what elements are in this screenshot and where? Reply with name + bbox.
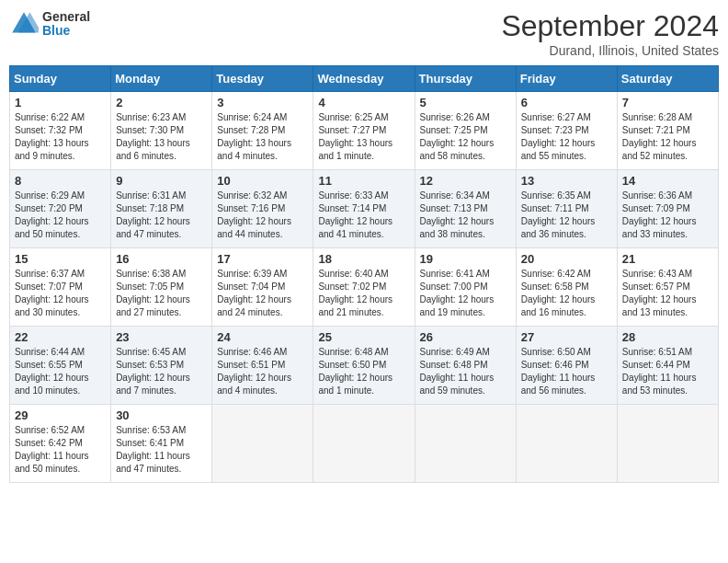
day-info: Sunrise: 6:36 AMSunset: 7:09 PMDaylight:… [622, 190, 713, 241]
day-number: 20 [521, 252, 612, 266]
calendar-cell: 14Sunrise: 6:36 AMSunset: 7:09 PMDayligh… [617, 170, 718, 248]
calendar-cell: 3Sunrise: 6:24 AMSunset: 7:28 PMDaylight… [212, 92, 313, 170]
calendar-cell: 11Sunrise: 6:33 AMSunset: 7:14 PMDayligh… [313, 170, 415, 248]
calendar-cell: 30Sunrise: 6:53 AMSunset: 6:41 PMDayligh… [111, 405, 212, 483]
calendar-cell: 9Sunrise: 6:31 AMSunset: 7:18 PMDaylight… [111, 170, 212, 248]
day-number: 7 [622, 96, 713, 109]
day-number: 10 [217, 174, 308, 188]
calendar-cell: 4Sunrise: 6:25 AMSunset: 7:27 PMDaylight… [313, 92, 415, 170]
calendar-cell [415, 405, 516, 483]
day-number: 11 [318, 174, 409, 188]
calendar-cell: 24Sunrise: 6:46 AMSunset: 6:51 PMDayligh… [212, 327, 313, 405]
day-info: Sunrise: 6:49 AMSunset: 6:48 PMDaylight:… [420, 346, 511, 397]
day-info: Sunrise: 6:24 AMSunset: 7:28 PMDaylight:… [217, 111, 308, 163]
day-number: 6 [521, 96, 612, 109]
day-info: Sunrise: 6:53 AMSunset: 6:41 PMDaylight:… [116, 424, 207, 476]
day-info: Sunrise: 6:48 AMSunset: 6:50 PMDaylight:… [318, 346, 409, 397]
calendar-cell: 22Sunrise: 6:44 AMSunset: 6:55 PMDayligh… [10, 327, 111, 405]
calendar-cell: 15Sunrise: 6:37 AMSunset: 7:07 PMDayligh… [10, 248, 111, 327]
day-header-wednesday: Wednesday [313, 66, 415, 92]
title-area: September 2024 Durand, Illinois, United … [501, 9, 719, 58]
day-number: 13 [521, 174, 612, 188]
day-number: 25 [318, 330, 409, 344]
day-number: 14 [622, 174, 713, 188]
day-number: 17 [217, 252, 308, 266]
calendar-cell: 16Sunrise: 6:38 AMSunset: 7:05 PMDayligh… [111, 248, 212, 327]
calendar-cell: 21Sunrise: 6:43 AMSunset: 6:57 PMDayligh… [617, 248, 718, 327]
calendar-cell: 13Sunrise: 6:35 AMSunset: 7:11 PMDayligh… [516, 170, 617, 248]
calendar-cell [313, 405, 415, 483]
day-header-saturday: Saturday [617, 66, 718, 92]
day-number: 1 [15, 96, 106, 109]
calendar-cell [617, 405, 718, 483]
week-row-1: 1Sunrise: 6:22 AMSunset: 7:32 PMDaylight… [10, 92, 719, 170]
calendar-cell [212, 405, 313, 483]
calendar-title: September 2024 [501, 9, 719, 43]
week-row-3: 15Sunrise: 6:37 AMSunset: 7:07 PMDayligh… [10, 248, 719, 327]
day-number: 12 [420, 174, 511, 188]
day-info: Sunrise: 6:34 AMSunset: 7:13 PMDaylight:… [420, 190, 511, 241]
day-info: Sunrise: 6:39 AMSunset: 7:04 PMDaylight:… [217, 268, 308, 319]
day-number: 16 [116, 252, 207, 266]
day-header-sunday: Sunday [10, 66, 111, 92]
calendar-cell: 6Sunrise: 6:27 AMSunset: 7:23 PMDaylight… [516, 92, 617, 170]
calendar-body: 1Sunrise: 6:22 AMSunset: 7:32 PMDaylight… [10, 92, 719, 483]
logo-icon [9, 9, 39, 39]
week-row-5: 29Sunrise: 6:52 AMSunset: 6:42 PMDayligh… [10, 405, 719, 483]
calendar-cell: 25Sunrise: 6:48 AMSunset: 6:50 PMDayligh… [313, 327, 415, 405]
calendar-cell: 29Sunrise: 6:52 AMSunset: 6:42 PMDayligh… [10, 405, 111, 483]
calendar-cell: 12Sunrise: 6:34 AMSunset: 7:13 PMDayligh… [415, 170, 516, 248]
day-info: Sunrise: 6:46 AMSunset: 6:51 PMDaylight:… [217, 346, 308, 397]
logo-text: General Blue [42, 10, 90, 39]
day-header-friday: Friday [516, 66, 617, 92]
day-number: 5 [420, 96, 511, 109]
day-header-row: SundayMondayTuesdayWednesdayThursdayFrid… [10, 66, 719, 92]
day-info: Sunrise: 6:33 AMSunset: 7:14 PMDaylight:… [318, 190, 409, 241]
calendar-cell: 7Sunrise: 6:28 AMSunset: 7:21 PMDaylight… [617, 92, 718, 170]
day-info: Sunrise: 6:26 AMSunset: 7:25 PMDaylight:… [420, 111, 511, 163]
calendar-cell: 5Sunrise: 6:26 AMSunset: 7:25 PMDaylight… [415, 92, 516, 170]
day-info: Sunrise: 6:23 AMSunset: 7:30 PMDaylight:… [116, 111, 207, 163]
day-number: 29 [15, 408, 106, 422]
page-header: General Blue September 2024 Durand, Illi… [9, 9, 719, 58]
day-header-monday: Monday [111, 66, 212, 92]
day-info: Sunrise: 6:37 AMSunset: 7:07 PMDaylight:… [15, 268, 106, 319]
day-number: 26 [420, 330, 511, 344]
calendar-cell: 26Sunrise: 6:49 AMSunset: 6:48 PMDayligh… [415, 327, 516, 405]
day-number: 19 [420, 252, 511, 266]
day-header-thursday: Thursday [415, 66, 516, 92]
calendar-cell: 20Sunrise: 6:42 AMSunset: 6:58 PMDayligh… [516, 248, 617, 327]
week-row-4: 22Sunrise: 6:44 AMSunset: 6:55 PMDayligh… [10, 327, 719, 405]
day-info: Sunrise: 6:50 AMSunset: 6:46 PMDaylight:… [521, 346, 612, 397]
day-info: Sunrise: 6:51 AMSunset: 6:44 PMDaylight:… [622, 346, 713, 397]
calendar-subtitle: Durand, Illinois, United States [501, 43, 719, 58]
day-header-tuesday: Tuesday [212, 66, 313, 92]
day-number: 2 [116, 96, 207, 109]
day-info: Sunrise: 6:32 AMSunset: 7:16 PMDaylight:… [217, 190, 308, 241]
day-number: 27 [521, 330, 612, 344]
calendar-cell: 18Sunrise: 6:40 AMSunset: 7:02 PMDayligh… [313, 248, 415, 327]
day-info: Sunrise: 6:52 AMSunset: 6:42 PMDaylight:… [15, 424, 106, 476]
day-info: Sunrise: 6:27 AMSunset: 7:23 PMDaylight:… [521, 111, 612, 163]
day-info: Sunrise: 6:29 AMSunset: 7:20 PMDaylight:… [15, 190, 106, 241]
day-info: Sunrise: 6:40 AMSunset: 7:02 PMDaylight:… [318, 268, 409, 319]
day-info: Sunrise: 6:22 AMSunset: 7:32 PMDaylight:… [15, 111, 106, 163]
calendar-cell: 23Sunrise: 6:45 AMSunset: 6:53 PMDayligh… [111, 327, 212, 405]
day-info: Sunrise: 6:25 AMSunset: 7:27 PMDaylight:… [318, 111, 409, 163]
day-info: Sunrise: 6:44 AMSunset: 6:55 PMDaylight:… [15, 346, 106, 397]
day-info: Sunrise: 6:41 AMSunset: 7:00 PMDaylight:… [420, 268, 511, 319]
day-number: 8 [15, 174, 106, 188]
calendar-cell: 10Sunrise: 6:32 AMSunset: 7:16 PMDayligh… [212, 170, 313, 248]
calendar-table: SundayMondayTuesdayWednesdayThursdayFrid… [9, 65, 719, 483]
day-info: Sunrise: 6:31 AMSunset: 7:18 PMDaylight:… [116, 190, 207, 241]
day-info: Sunrise: 6:43 AMSunset: 6:57 PMDaylight:… [622, 268, 713, 319]
logo-line1: General [42, 10, 90, 24]
day-number: 23 [116, 330, 207, 344]
day-number: 22 [15, 330, 106, 344]
day-number: 9 [116, 174, 207, 188]
calendar-cell: 2Sunrise: 6:23 AMSunset: 7:30 PMDaylight… [111, 92, 212, 170]
calendar-cell [516, 405, 617, 483]
calendar-cell: 28Sunrise: 6:51 AMSunset: 6:44 PMDayligh… [617, 327, 718, 405]
day-info: Sunrise: 6:45 AMSunset: 6:53 PMDaylight:… [116, 346, 207, 397]
calendar-cell: 27Sunrise: 6:50 AMSunset: 6:46 PMDayligh… [516, 327, 617, 405]
